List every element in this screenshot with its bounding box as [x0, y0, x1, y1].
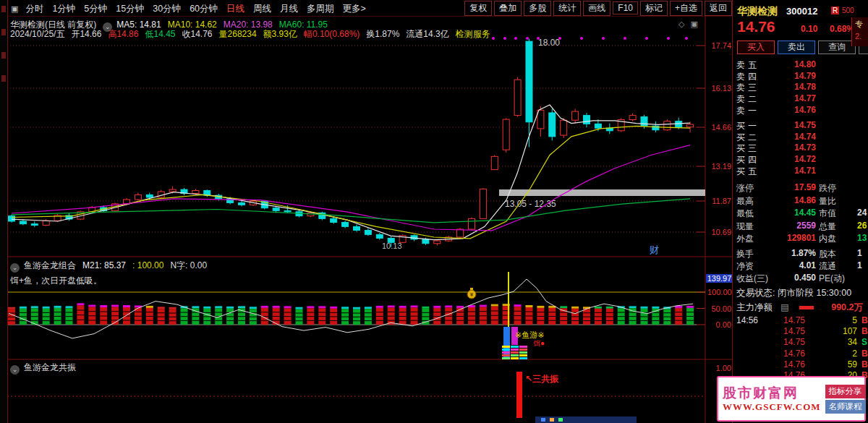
detail-icon[interactable]: ▤	[780, 302, 789, 312]
stat-label: 内盘	[819, 233, 836, 245]
fin-row: 换手1.87%股本1	[733, 248, 868, 260]
svg-text:饵●: 饵●	[533, 339, 545, 347]
period-tab-日线[interactable]: 日线	[226, 3, 244, 15]
button-查询[interactable]: 查询	[818, 40, 856, 54]
watermark-badge: 指标分享	[825, 385, 866, 398]
stat-label: 市值	[819, 208, 836, 220]
stat-row: 最低14.45市值24	[733, 208, 868, 220]
toolbar-button-画线[interactable]: 画线	[583, 1, 610, 16]
ask-row[interactable]: 卖五14.80	[733, 59, 868, 71]
stat-label: 总量	[819, 221, 836, 233]
last-price: 14.76	[737, 18, 775, 35]
level-price: 14.71	[773, 166, 816, 176]
stat-row: 最高14.86量比	[733, 195, 868, 208]
price-axis-label: 10.69	[707, 228, 731, 236]
index-tag: 500	[842, 7, 854, 14]
bid-row[interactable]: 买二14.74	[733, 132, 868, 143]
svg-text:财: 财	[650, 244, 659, 255]
ohlc-value: 额3.93亿	[263, 28, 297, 40]
tick-price: 14.75	[762, 315, 805, 325]
price-change-pct: 0.68%	[830, 24, 854, 34]
bid-row[interactable]: 买四14.72	[733, 154, 868, 166]
bid-row[interactable]: 买五14.71	[733, 166, 868, 177]
main-flow-label: 主力净额	[736, 302, 773, 314]
period-tab-60分钟[interactable]: 60分钟	[190, 3, 218, 15]
toolbar-button-叠加[interactable]: 叠加	[494, 1, 522, 16]
ask-row[interactable]: 卖四14.79	[733, 71, 868, 82]
fin-row: 收益(三)0.450PE(动)	[733, 273, 868, 285]
indicator-axis-label: 0.00	[707, 320, 731, 329]
ask-row[interactable]: 卖一14.76	[733, 105, 868, 116]
stat-label: 股本	[819, 248, 836, 260]
period-tab-5分钟[interactable]: 5分钟	[84, 3, 107, 15]
indicator2-title: 鱼游金龙共振	[24, 362, 76, 372]
indicator2-header: ⌄鱼游金龙共振	[10, 362, 76, 375]
svg-text:10.13: 10.13	[382, 242, 402, 250]
chevron-down-icon[interactable]: ⌄	[10, 263, 20, 273]
period-tab-分时[interactable]: 分时	[25, 3, 43, 15]
stat-label: 现量	[736, 221, 754, 233]
ohlc-info-line: 2024/10/25/五开14.66高14.86低14.45收14.76量268…	[10, 28, 497, 40]
period-tab-月线[interactable]: 月线	[280, 3, 298, 15]
period-tab-1分钟[interactable]: 1分钟	[52, 3, 75, 15]
level-label: 卖二	[736, 93, 760, 106]
edge-cutoff-panel: 专 2.	[851, 17, 868, 46]
tick-row: 14.75107B	[733, 326, 868, 337]
edge-panel-value: 2.	[855, 32, 861, 40]
stat-value: 4.01	[769, 260, 816, 270]
ohlc-value: 高14.86	[108, 28, 138, 40]
toolbar-button-+自选[interactable]: +自选	[670, 1, 702, 16]
tick-side: B	[861, 326, 868, 336]
period-tab-周线[interactable]: 周线	[253, 3, 271, 15]
indicator1-value: 鱼游金龙组合	[24, 260, 76, 272]
button-买入[interactable]: 买入	[737, 40, 775, 54]
tick-volume: 59	[817, 359, 857, 369]
tick-row: 14.7534S	[733, 337, 868, 348]
toolbar-button-复权[interactable]: 复权	[464, 1, 492, 16]
level-label: 卖五	[736, 59, 760, 72]
button-卖出[interactable]: 卖出	[778, 40, 815, 54]
stat-label: 收益(三)	[736, 273, 768, 285]
stock-name: 华测检测	[737, 5, 778, 18]
toolbar-button-统计[interactable]: 统计	[553, 1, 581, 16]
tick-volume: 107	[817, 326, 857, 336]
level-price: 14.80	[773, 59, 816, 69]
watermark-title: 股市财富网	[723, 385, 821, 401]
toolbar-button-多股[interactable]: 多股	[524, 1, 551, 16]
level-price: 14.77	[773, 93, 816, 103]
toolbar-button-F10[interactable]: F10	[613, 1, 638, 14]
diamond-icon[interactable]: ◇	[678, 20, 690, 28]
bid-row[interactable]: 买一14.75	[733, 120, 868, 132]
period-tab-30分钟[interactable]: 30分钟	[153, 3, 181, 15]
stat-value: 14.45	[769, 208, 816, 218]
toolbar-button-返回[interactable]: 返回	[705, 1, 732, 16]
chevron-down-icon[interactable]: ⌄	[10, 365, 20, 375]
main-flow-value: 990.2万	[831, 302, 863, 314]
tick-row: 14.762B	[733, 349, 868, 359]
ask-row[interactable]: 卖二14.77	[733, 93, 868, 105]
svg-text:※鱼游※: ※鱼游※	[515, 330, 544, 339]
period-tab-更多>[interactable]: 更多>	[343, 3, 366, 15]
level-price: 14.76	[773, 105, 816, 115]
period-tab-15分钟[interactable]: 15分钟	[116, 3, 144, 15]
period-tab-多周期[interactable]: 多周期	[307, 3, 334, 15]
tick-side: B	[861, 315, 868, 325]
flow-bar	[795, 306, 814, 309]
bid-row[interactable]: 买三14.73	[733, 142, 868, 154]
stat-label: 涨停	[736, 182, 754, 195]
window-icon[interactable]: ▣	[11, 4, 18, 13]
price-axis-label: 17.74	[707, 41, 731, 50]
level-price: 14.72	[773, 154, 816, 164]
tick-volume: 5	[817, 315, 857, 325]
svg-text:¥: ¥	[470, 291, 474, 298]
stat-value: 1	[857, 260, 868, 270]
toolbar-button-标记[interactable]: 标记	[640, 1, 668, 16]
watermark-badge: 名师课程	[825, 400, 866, 414]
level-label: 买三	[736, 142, 760, 155]
stat-value: 1.87%	[769, 248, 816, 258]
ask-row[interactable]: 卖三14.78	[733, 82, 868, 93]
window-split-icon[interactable]: ▣	[690, 20, 703, 28]
indicator1-header: ⌄鱼游金龙组合M21: 85.37: 100.00N字: 0.00	[10, 260, 213, 273]
chart-corner-icons[interactable]: ◇▣	[678, 20, 704, 29]
stat-value: 1	[857, 248, 868, 258]
